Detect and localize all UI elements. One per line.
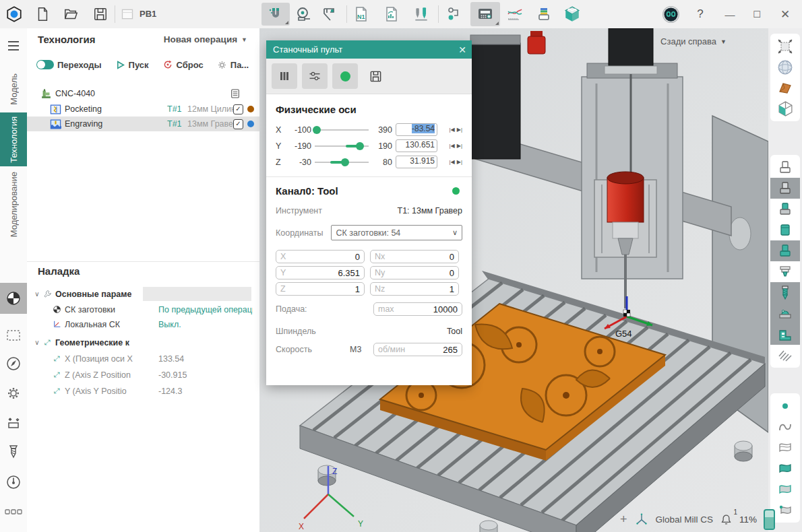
tree-row-machine[interactable]: CNC-4040 (27, 86, 259, 101)
tab-simulation[interactable]: Моделирование (0, 168, 27, 241)
app-logo[interactable] (4, 5, 24, 24)
measure-tape-button[interactable] (294, 5, 314, 24)
coord-x-input[interactable]: X0 (276, 250, 365, 263)
main-menu-button[interactable] (0, 32, 27, 59)
document-tab-icon[interactable] (119, 5, 136, 24)
material-layers-button[interactable] (534, 5, 554, 24)
process-schema-button[interactable] (443, 5, 464, 24)
close-icon[interactable]: ✕ (458, 44, 466, 55)
assistant-button[interactable] (660, 5, 681, 24)
axis-x-slider[interactable] (315, 125, 369, 135)
notifications-button[interactable]: 1 (720, 513, 733, 526)
setup-row-workpiece-cs[interactable]: СК заготовки По предыдущей операци (27, 302, 259, 317)
isometric-view-button[interactable] (770, 98, 800, 119)
step-back-icon[interactable]: |◀ (450, 159, 455, 165)
coordinate-system-select[interactable]: СК заготовки: 54 ∨ (331, 225, 462, 240)
speed-input[interactable]: об/мин265 (373, 343, 462, 356)
step-forward-icon[interactable]: ▶| (457, 143, 462, 149)
open-document-button[interactable] (61, 5, 81, 24)
show-toolpath-button[interactable] (770, 345, 800, 366)
axis-y-step-buttons[interactable]: |◀▶| (441, 143, 462, 149)
step-forward-icon[interactable]: ▶| (457, 159, 462, 165)
stock-button[interactable] (0, 409, 27, 436)
save-document-button[interactable] (90, 5, 111, 24)
setup-group-geometry[interactable]: ∨ ⤢ Геометрические к (27, 335, 259, 350)
parameters-button[interactable]: Па... (217, 60, 249, 70)
help-button[interactable]: ? (690, 5, 710, 23)
transitions-toggle[interactable]: Переходы (36, 60, 102, 70)
tools-library-button[interactable] (411, 5, 431, 24)
zoom-level[interactable]: 11% (739, 514, 757, 525)
operation-enabled-checkbox[interactable]: ✓ (233, 119, 243, 129)
axis-y-value-input[interactable]: 130.651 (396, 139, 437, 152)
maximize-button[interactable]: ☐ (747, 5, 767, 23)
close-button[interactable]: ✕ (775, 5, 795, 23)
slider-knob[interactable] (313, 126, 321, 134)
compass-button[interactable] (0, 350, 27, 377)
show-fixtures-button[interactable] (770, 303, 800, 324)
feed-input[interactable]: max10000 (373, 302, 462, 316)
operation-enabled-checkbox[interactable]: ✓ (233, 104, 243, 114)
axis-y-slider[interactable] (315, 141, 369, 151)
nc-program-button[interactable]: N1 (351, 5, 371, 24)
axis-x-value-input[interactable]: -83.54 (396, 123, 437, 136)
active-cs-name[interactable]: Global Mill CS (656, 514, 714, 525)
setup-row-axis-x[interactable]: ⤢ X (Позиция оси X 133.54 (27, 352, 259, 366)
show-part-button[interactable] (770, 157, 800, 178)
tab-model[interactable]: Модель (0, 65, 27, 112)
setup-row-local-cs[interactable]: Локальная СК Выкл. (27, 317, 259, 331)
new-operation-button[interactable]: Новая операция ▼ (164, 34, 247, 44)
jog-settings-button[interactable] (302, 63, 328, 89)
start-button[interactable]: Пуск (115, 60, 149, 70)
coord-y-input[interactable]: Y6.351 (276, 266, 365, 279)
document-tab[interactable]: PB1 (140, 9, 156, 19)
minimize-button[interactable]: — (720, 5, 740, 23)
coord-z-input[interactable]: Z1 (276, 282, 365, 296)
zoom-fit-button[interactable] (770, 36, 800, 57)
show-result-button[interactable] (770, 240, 800, 261)
shading-mode-button[interactable] (770, 57, 800, 77)
add-cs-button[interactable]: + (620, 512, 627, 527)
setup-row-axis-z[interactable]: ⤢ Z (Axis Z Position -30.915 (27, 368, 259, 382)
coord-nz-input[interactable]: Nz1 (370, 282, 459, 296)
axis-z-value-input[interactable]: 31.915 (396, 156, 437, 168)
selection-marquee-button[interactable] (0, 322, 27, 349)
axis-x-step-buttons[interactable]: |◀▶| (441, 127, 462, 133)
caliper-button[interactable] (319, 5, 340, 24)
tab-technology[interactable]: Технология (0, 112, 27, 166)
tree-row-operation-selected[interactable]: Engraving T#1 13мм Гравер ✓ (27, 117, 259, 131)
show-stock-button[interactable] (770, 178, 800, 199)
show-points-button[interactable] (770, 395, 800, 416)
view-orientation-selector[interactable]: Сзади справа ▼ (660, 36, 727, 46)
run-state-button[interactable] (332, 63, 358, 89)
coord-ny-input[interactable]: Ny0 (370, 266, 459, 279)
gauge-button[interactable] (0, 469, 27, 496)
chevron-expanded-icon[interactable]: ∨ (32, 290, 42, 298)
axis-z-slider[interactable] (315, 158, 369, 167)
datum-button[interactable] (0, 283, 27, 314)
slider-knob[interactable] (356, 142, 364, 150)
snap-magnet-button[interactable] (261, 3, 290, 26)
show-workpiece-button[interactable] (770, 220, 800, 240)
pult-titlebar[interactable]: Станочный пульт ✕ (266, 40, 472, 59)
more-tools-button[interactable] (0, 498, 27, 525)
step-back-icon[interactable]: |◀ (450, 127, 455, 133)
save-state-button[interactable] (363, 63, 388, 89)
slider-knob[interactable] (341, 158, 349, 166)
show-fixture-stock-button[interactable] (770, 261, 800, 282)
settings-button[interactable] (0, 380, 27, 407)
operations-list-icon[interactable] (230, 88, 241, 99)
show-faces-button[interactable] (770, 479, 800, 500)
step-forward-icon[interactable]: ▶| (457, 127, 462, 133)
surface-display-button[interactable] (770, 77, 800, 98)
show-tool-button[interactable] (770, 282, 800, 303)
show-mesh-surfaces-button[interactable] (770, 437, 800, 458)
machine-pult-button[interactable] (470, 2, 500, 26)
setup-row-axis-y[interactable]: ⤢ Y (Axis Y Positio -124.3 (27, 384, 259, 398)
show-curves-button[interactable] (770, 416, 800, 437)
axis-z-step-buttons[interactable]: |◀▶| (441, 159, 462, 165)
tool-button[interactable] (0, 439, 27, 466)
charts-button[interactable] (505, 5, 525, 24)
report-button[interactable] (381, 5, 402, 24)
simulation-button[interactable] (562, 5, 582, 24)
